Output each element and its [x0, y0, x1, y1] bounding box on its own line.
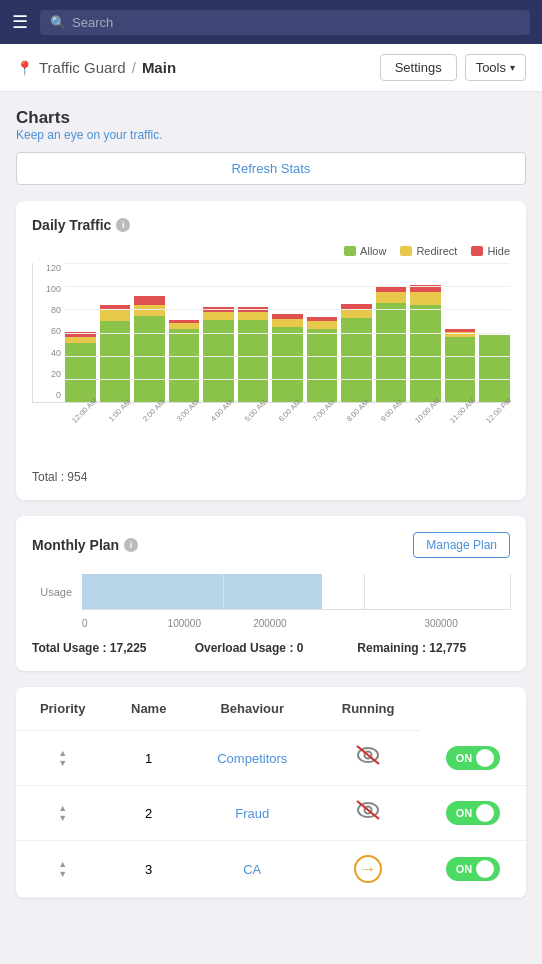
usage-bar-container [82, 574, 510, 610]
bar-group [203, 307, 234, 402]
bar-seg-allow [65, 343, 96, 402]
bar-chart: 120 100 80 60 40 20 0 [32, 263, 510, 403]
rules-table: Priority Name Behaviour Running ▲▼1Compe… [16, 687, 526, 898]
legend-redirect-label: Redirect [416, 245, 457, 257]
plan-header: Monthly Plan i Manage Plan [32, 532, 510, 558]
sort-arrows[interactable]: ▲▼ [26, 804, 99, 823]
plan-stats: Total Usage : 17,225 Overload Usage : 0 … [32, 641, 510, 655]
bar-group [100, 305, 131, 402]
location-icon: 📍 [16, 60, 33, 76]
chart-legend: Allow Redirect Hide [32, 245, 510, 257]
bar-stack [307, 317, 338, 402]
col-behaviour: Behaviour [188, 687, 316, 731]
bar-stack [134, 296, 165, 402]
behaviour-cell [316, 731, 420, 786]
main-content: Charts Keep an eye on your traffic. Refr… [0, 92, 542, 914]
running-cell[interactable]: ON [420, 786, 526, 841]
tick [510, 574, 511, 610]
legend-redirect: Redirect [400, 245, 457, 257]
name-cell[interactable]: CA [188, 841, 316, 898]
bar-seg-redirect [307, 321, 338, 329]
bar-seg-allow [341, 318, 372, 402]
legend-redirect-dot [400, 246, 412, 256]
rule-name-link[interactable]: Fraud [235, 806, 269, 821]
daily-traffic-info-icon[interactable]: i [116, 218, 130, 232]
bar-group [169, 320, 200, 402]
behaviour-cell [316, 786, 420, 841]
bar-stack [445, 329, 476, 402]
y-label: 60 [33, 326, 61, 336]
sort-cell: ▲▼ [16, 731, 109, 786]
bar-seg-hide [134, 296, 165, 305]
remaining-value: 12,775 [429, 641, 466, 655]
search-bar[interactable]: 🔍 Search [40, 10, 530, 35]
overload-value: 0 [297, 641, 304, 655]
remaining-label: Remaining : [357, 641, 426, 655]
monthly-plan-info-icon[interactable]: i [124, 538, 138, 552]
eye-slash-icon [354, 800, 382, 826]
bar-group [445, 329, 476, 402]
breadcrumb-separator: / [132, 59, 136, 76]
usage-x-label: 100000 [168, 618, 254, 629]
grid-line [65, 286, 510, 287]
usage-label: Usage [32, 586, 72, 598]
legend-hide-dot [471, 246, 483, 256]
y-label: 40 [33, 348, 61, 358]
priority-cell: 2 [109, 786, 188, 841]
bar-stack [341, 304, 372, 402]
toggle-on[interactable]: ON [446, 746, 501, 770]
bar-seg-allow [307, 329, 338, 402]
rule-name-link[interactable]: CA [243, 862, 261, 877]
sort-cell: ▲▼ [16, 786, 109, 841]
bar-stack [169, 320, 200, 402]
y-label: 120 [33, 263, 61, 273]
legend-hide: Hide [471, 245, 510, 257]
bar-seg-redirect [272, 319, 303, 327]
name-cell[interactable]: Competitors [188, 731, 316, 786]
total-usage-stat: Total Usage : 17,225 [32, 641, 185, 655]
table-header-row: Priority Name Behaviour Running [16, 687, 526, 731]
usage-bar-bg [82, 574, 510, 610]
bar-group [410, 285, 441, 402]
bar-stack [203, 307, 234, 402]
settings-button[interactable]: Settings [380, 54, 457, 81]
eye-slash-icon [354, 745, 382, 771]
bar-seg-allow [445, 337, 476, 402]
bar-seg-allow [238, 320, 269, 402]
toggle-label: ON [456, 807, 473, 819]
search-icon: 🔍 [50, 15, 66, 30]
refresh-stats-button[interactable]: Refresh Stats [16, 152, 526, 185]
y-label: 0 [33, 390, 61, 400]
hamburger-icon[interactable]: ☰ [12, 11, 28, 33]
sort-arrows[interactable]: ▲▼ [26, 860, 99, 879]
sort-arrows[interactable]: ▲▼ [26, 749, 99, 768]
section-title: Charts [16, 108, 526, 128]
name-cell[interactable]: Fraud [188, 786, 316, 841]
running-cell[interactable]: ON [420, 841, 526, 898]
y-label: 100 [33, 284, 61, 294]
toggle-on[interactable]: ON [446, 857, 501, 881]
bar-stack [100, 305, 131, 402]
legend-hide-label: Hide [487, 245, 510, 257]
tools-button[interactable]: Tools ▾ [465, 54, 526, 81]
col-priority: Priority [16, 687, 109, 731]
legend-allow: Allow [344, 245, 386, 257]
rule-name-link[interactable]: Competitors [217, 751, 287, 766]
y-label: 80 [33, 305, 61, 315]
y-axis-labels: 120 100 80 60 40 20 0 [33, 263, 61, 402]
usage-x-label: 0 [82, 618, 168, 629]
bar-seg-allow [100, 321, 131, 402]
priority-cell: 1 [109, 731, 188, 786]
manage-plan-button[interactable]: Manage Plan [413, 532, 510, 558]
bar-group [238, 307, 269, 402]
daily-traffic-title: Daily Traffic i [32, 217, 510, 233]
breadcrumb-parent[interactable]: Traffic Guard [39, 59, 126, 76]
breadcrumb-actions: Settings Tools ▾ [380, 54, 526, 81]
running-cell[interactable]: ON [420, 731, 526, 786]
col-running: Running [316, 687, 420, 731]
chart-total: Total : 954 [32, 470, 510, 484]
toggle-circle [476, 860, 494, 878]
bar-group [341, 304, 372, 402]
table-row: ▲▼2Fraud ON [16, 786, 526, 841]
toggle-on[interactable]: ON [446, 801, 501, 825]
